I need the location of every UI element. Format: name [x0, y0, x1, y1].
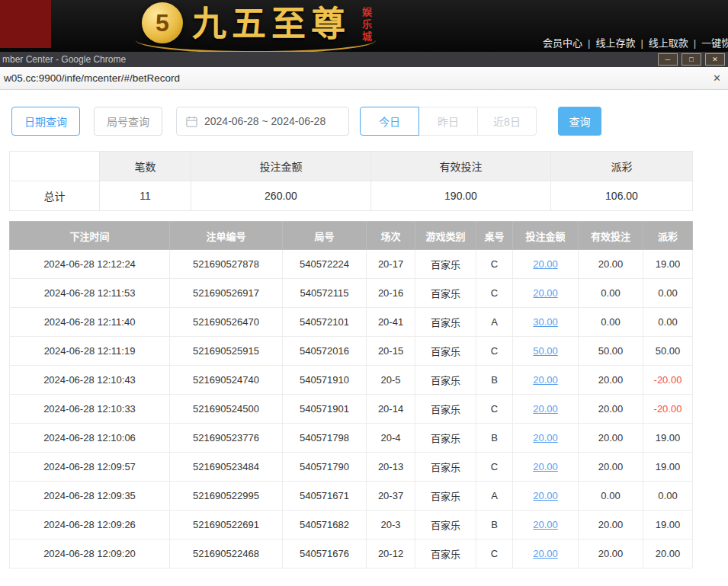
cell-valid-bet: 20.00: [579, 511, 643, 540]
cell-order-id: 521690526470: [170, 308, 283, 337]
bet-amount-link[interactable]: 20.00: [533, 490, 558, 501]
quick-range-group: 今日 昨日 近8日: [360, 107, 537, 136]
column-header: 注单编号: [170, 222, 283, 250]
cell-game-type: 百家乐: [415, 540, 476, 568]
cell-valid-bet: 0.00: [579, 279, 643, 308]
minimize-button[interactable]: ─: [658, 53, 678, 66]
bet-amount-link[interactable]: 20.00: [533, 258, 558, 270]
cell-order-id: 521690526917: [170, 279, 283, 308]
browser-urlbar[interactable]: w05.cc:9900/infe/mcenter/#/betRecord ✕: [0, 67, 728, 90]
date-query-button[interactable]: 日期查询: [11, 107, 80, 136]
cell-round-id: 540571671: [283, 482, 367, 511]
date-range-input[interactable]: 2024-06-28 ~ 2024-06-28: [176, 107, 349, 136]
bet-amount-link[interactable]: 50.00: [533, 345, 558, 357]
bet-amount-link[interactable]: 20.00: [533, 432, 558, 444]
cell-table-code: C: [476, 250, 513, 279]
maximize-button[interactable]: □: [681, 53, 701, 66]
nav-separator: |: [588, 37, 590, 49]
cell-bet-amount: 20.00: [513, 540, 579, 568]
cell-order-id: 521690522995: [170, 482, 283, 511]
cell-bet-amount: 20.00: [513, 424, 579, 453]
cell-game-type: 百家乐: [415, 308, 476, 337]
cell-order-id: 521690524740: [170, 366, 283, 395]
column-header: 场次: [367, 222, 415, 250]
nav-separator: |: [694, 37, 696, 49]
cell-payout: 0.00: [643, 279, 693, 308]
table-row: 2024-06-28 12:10:06521690523776540571798…: [10, 424, 693, 453]
cell-table-code: C: [476, 395, 513, 424]
window-controls: ─ □ ✕: [658, 53, 725, 66]
table-row: 2024-06-28 12:09:57521690523484540571790…: [10, 453, 693, 482]
bet-amount-link[interactable]: 30.00: [533, 316, 558, 328]
table-row: 2024-06-28 12:09:20521690522468540571676…: [10, 540, 693, 568]
nav-deposit[interactable]: 线上存款: [595, 37, 635, 49]
cell-bet-time: 2024-06-28 12:09:35: [10, 482, 170, 511]
cell-session: 20-5: [367, 366, 415, 395]
cell-order-id: 521690524500: [170, 395, 283, 424]
cell-round-id: 540571901: [283, 395, 367, 424]
cell-bet-time: 2024-06-28 12:12:24: [10, 250, 170, 279]
casino-nav: 会员中心|线上存款|线上取款|一键恢复: [543, 35, 728, 50]
cell-game-type: 百家乐: [415, 366, 476, 395]
bet-amount-link[interactable]: 20.00: [533, 287, 558, 299]
bet-amount-link[interactable]: 20.00: [533, 548, 558, 559]
nav-member-center[interactable]: 会员中心: [543, 37, 582, 49]
close-button[interactable]: ✕: [705, 53, 725, 66]
cell-payout: 19.00: [643, 453, 693, 482]
bet-record-table: 下注时间注单编号局号场次游戏类别桌号投注金额有效投注派彩 2024-06-28 …: [9, 221, 693, 568]
cell-round-id: 540571798: [283, 424, 367, 453]
cell-bet-time: 2024-06-28 12:11:53: [10, 279, 170, 308]
search-button[interactable]: 查询: [558, 107, 601, 136]
cell-payout: 19.00: [643, 424, 693, 453]
cell-table-code: B: [476, 511, 513, 540]
cell-session: 20-3: [367, 511, 415, 540]
cell-payout: 0.00: [643, 482, 693, 511]
cell-bet-time: 2024-06-28 12:11:40: [10, 308, 170, 337]
yesterday-button[interactable]: 昨日: [419, 107, 478, 136]
cell-bet-amount: 20.00: [513, 453, 579, 482]
nav-withdraw[interactable]: 线上取款: [649, 37, 688, 49]
cell-bet-time: 2024-06-28 12:11:19: [10, 337, 170, 366]
nav-one-key[interactable]: 一键恢复: [701, 37, 728, 49]
today-button[interactable]: 今日: [360, 107, 419, 136]
cell-game-type: 百家乐: [415, 337, 476, 366]
cell-game-type: 百家乐: [415, 424, 476, 453]
last-8-days-button[interactable]: 近8日: [477, 107, 537, 136]
round-query-button[interactable]: 局号查询: [94, 107, 162, 136]
cell-bet-amount: 30.00: [513, 308, 579, 337]
cell-session: 20-14: [367, 395, 415, 424]
close-icon[interactable]: ✕: [713, 73, 721, 83]
cell-table-code: B: [476, 424, 513, 453]
bet-amount-link[interactable]: 20.00: [533, 374, 558, 386]
cell-table-code: B: [476, 366, 513, 395]
summary-label: 总计: [10, 181, 100, 211]
date-range-value: 2024-06-28 ~ 2024-06-28: [204, 115, 326, 127]
cell-payout: 50.00: [643, 337, 693, 366]
summary-header-row: 笔数投注金额有效投注派彩: [10, 152, 693, 181]
page-content: 日期查询 局号查询 2024-06-28 ~ 2024-06-28 今日 昨日 …: [0, 90, 728, 586]
cell-round-id: 540572224: [283, 250, 367, 279]
bet-amount-link[interactable]: 20.00: [533, 519, 558, 530]
cell-payout: -20.00: [643, 366, 693, 395]
summary-valid-bet: 190.00: [371, 181, 551, 211]
cell-round-id: 540572016: [283, 337, 367, 366]
casino-logo: 5 九五至尊 娱乐城: [142, 2, 372, 46]
table-row: 2024-06-28 12:11:19521690525915540572016…: [10, 337, 693, 366]
table-row: 2024-06-28 12:10:33521690524500540571901…: [10, 395, 693, 424]
cell-valid-bet: 20.00: [579, 366, 643, 395]
column-header: 有效投注: [579, 222, 643, 250]
cell-round-id: 540572101: [283, 308, 367, 337]
cell-round-id: 540571910: [283, 366, 367, 395]
cell-table-code: A: [476, 308, 513, 337]
logo-title: 九五至尊: [192, 2, 351, 46]
summary-column-header: 有效投注: [371, 152, 551, 181]
cell-game-type: 百家乐: [415, 453, 476, 482]
cell-table-code: A: [476, 482, 513, 511]
cell-game-type: 百家乐: [415, 279, 476, 308]
bet-amount-link[interactable]: 20.00: [533, 403, 558, 415]
url-text: w05.cc:9900/infe/mcenter/#/betRecord: [0, 72, 180, 84]
bet-amount-link[interactable]: 20.00: [533, 461, 558, 472]
column-header: 桌号: [476, 222, 513, 250]
cell-valid-bet: 20.00: [579, 395, 643, 424]
table-row: 2024-06-28 12:11:53521690526917540572115…: [10, 279, 693, 308]
